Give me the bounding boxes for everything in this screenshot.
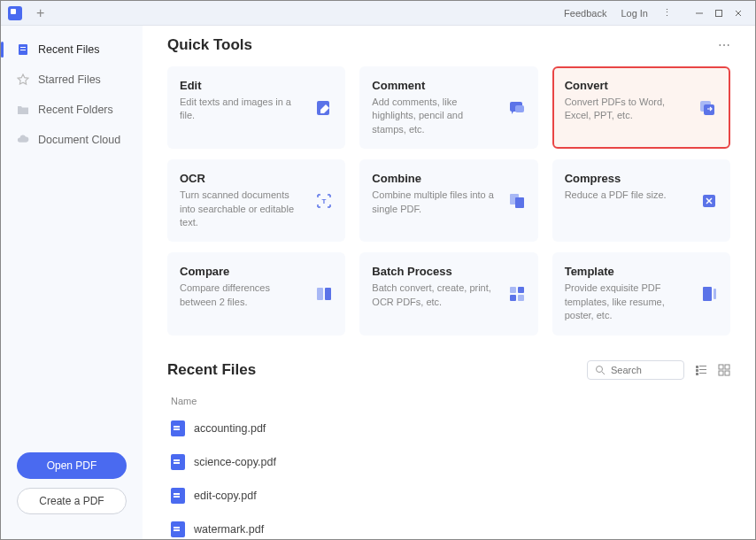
new-tab-button[interactable]: +: [31, 5, 50, 21]
folder-icon: [17, 104, 29, 116]
tool-title: Edit: [180, 79, 333, 92]
sidebar-item-starred-files[interactable]: Starred Files: [1, 65, 143, 95]
tool-desc: Batch convert, create, print, OCR PDFs, …: [372, 282, 496, 309]
tool-card-template[interactable]: Template Provide exquisite PDF templates…: [552, 252, 730, 335]
open-pdf-button[interactable]: Open PDF: [17, 452, 127, 479]
search-box[interactable]: [587, 360, 684, 380]
edit-icon: [315, 99, 333, 117]
file-name: edit-copy.pdf: [194, 490, 257, 502]
file-row[interactable]: science-copy.pdf: [167, 445, 730, 479]
svg-rect-5: [20, 47, 26, 48]
svg-rect-20: [510, 295, 516, 301]
convert-icon: [698, 99, 716, 117]
svg-rect-34: [719, 371, 723, 375]
tool-title: Compress: [565, 172, 718, 185]
svg-rect-17: [325, 288, 331, 300]
file-name: science-copy.pdf: [194, 456, 276, 468]
maximize-button[interactable]: [709, 4, 729, 22]
app-logo-icon: [8, 6, 22, 20]
file-row[interactable]: watermark.pdf: [167, 513, 730, 539]
more-icon[interactable]: ⋯: [718, 38, 730, 52]
file-list-name-header: Name: [167, 390, 730, 412]
feedback-link[interactable]: Feedback: [560, 4, 610, 22]
tool-title: Batch Process: [372, 265, 525, 278]
pdf-file-icon: [171, 420, 185, 436]
recent-files-title: Recent Files: [167, 361, 256, 379]
tool-title: Compare: [180, 265, 333, 278]
svg-rect-23: [714, 289, 716, 299]
svg-rect-11: [704, 104, 714, 115]
sidebar-item-label: Starred Files: [38, 73, 101, 86]
svg-rect-32: [719, 365, 723, 369]
sidebar-item-recent-files[interactable]: Recent Files: [1, 35, 143, 65]
svg-rect-14: [515, 197, 524, 208]
svg-rect-26: [696, 366, 698, 368]
close-button[interactable]: [729, 4, 748, 22]
main-content: Quick Tools ⋯ Edit Edit texts and images…: [143, 26, 755, 539]
svg-rect-21: [518, 295, 524, 301]
sidebar-item-recent-folders[interactable]: Recent Folders: [1, 95, 143, 125]
ocr-icon: T: [315, 192, 333, 210]
tool-desc: Combine multiple files into a single PDF…: [372, 189, 496, 216]
compare-icon: [315, 285, 333, 303]
svg-rect-33: [725, 365, 729, 369]
sidebar-item-label: Recent Files: [38, 43, 99, 56]
svg-rect-16: [317, 288, 323, 300]
comment-icon: [508, 99, 526, 117]
tool-card-edit[interactable]: Edit Edit texts and images in a file.: [167, 66, 345, 149]
tool-desc: Convert PDFs to Word, Excel, PPT, etc.: [565, 96, 689, 123]
tool-title: Comment: [372, 79, 525, 92]
cloud-icon: [17, 134, 29, 146]
tool-desc: Compare differences between 2 files.: [180, 282, 304, 309]
minimize-button[interactable]: [690, 4, 709, 22]
tool-card-combine[interactable]: Combine Combine multiple files into a si…: [359, 159, 537, 242]
svg-rect-9: [515, 105, 524, 112]
grid-view-icon[interactable]: [718, 364, 730, 376]
file-name: watermark.pdf: [194, 523, 264, 536]
file-icon: [17, 43, 29, 56]
combine-icon: [508, 192, 526, 210]
file-name: accounting.pdf: [194, 422, 266, 435]
svg-rect-19: [518, 287, 524, 293]
svg-rect-30: [696, 373, 698, 375]
star-icon: [17, 73, 29, 86]
compress-icon: [700, 192, 718, 210]
tool-card-compare[interactable]: Compare Compare differences between 2 fi…: [167, 252, 345, 335]
svg-rect-1: [716, 10, 722, 16]
file-row[interactable]: accounting.pdf: [167, 412, 730, 445]
tool-title: Convert: [565, 79, 718, 92]
search-input[interactable]: [611, 365, 673, 375]
file-row[interactable]: edit-copy.pdf: [167, 479, 730, 513]
svg-rect-31: [699, 373, 706, 374]
kebab-menu-icon[interactable]: ⋮: [659, 4, 675, 22]
list-view-icon[interactable]: [695, 364, 707, 376]
tool-desc: Provide exquisite PDF templates, like re…: [565, 282, 689, 322]
tool-desc: Reduce a PDF file size.: [565, 189, 689, 202]
svg-rect-6: [20, 50, 26, 50]
tool-card-compress[interactable]: Compress Reduce a PDF file size.: [552, 159, 730, 242]
login-link[interactable]: Log In: [617, 4, 652, 22]
sidebar-item-label: Recent Folders: [38, 104, 113, 116]
quick-tools-title: Quick Tools: [167, 36, 252, 54]
pdf-file-icon: [171, 454, 185, 470]
search-icon: [595, 365, 606, 375]
pdf-file-icon: [171, 521, 185, 537]
tool-card-comment[interactable]: Comment Add comments, like highlights, p…: [359, 66, 537, 149]
tool-card-convert[interactable]: Convert Convert PDFs to Word, Excel, PPT…: [552, 66, 730, 149]
tool-card-batch[interactable]: Batch Process Batch convert, create, pri…: [359, 252, 537, 335]
sidebar: Recent Files Starred Files Recent Folder…: [1, 26, 143, 539]
svg-line-25: [602, 372, 605, 374]
template-icon: [700, 285, 718, 303]
sidebar-item-document-cloud[interactable]: Document Cloud: [1, 125, 143, 155]
tool-card-ocr[interactable]: OCR Turn scanned documents into searchab…: [167, 159, 345, 242]
tool-title: OCR: [180, 172, 333, 185]
svg-rect-27: [699, 366, 706, 366]
sidebar-item-label: Document Cloud: [38, 134, 120, 146]
pdf-file-icon: [171, 488, 185, 504]
tools-grid: Edit Edit texts and images in a file. Co…: [167, 66, 730, 336]
svg-rect-28: [696, 369, 698, 372]
svg-text:T: T: [322, 197, 327, 205]
svg-rect-22: [703, 287, 712, 301]
tool-desc: Add comments, like highlights, pencil an…: [372, 96, 496, 136]
create-pdf-button[interactable]: Create a PDF: [17, 488, 127, 514]
